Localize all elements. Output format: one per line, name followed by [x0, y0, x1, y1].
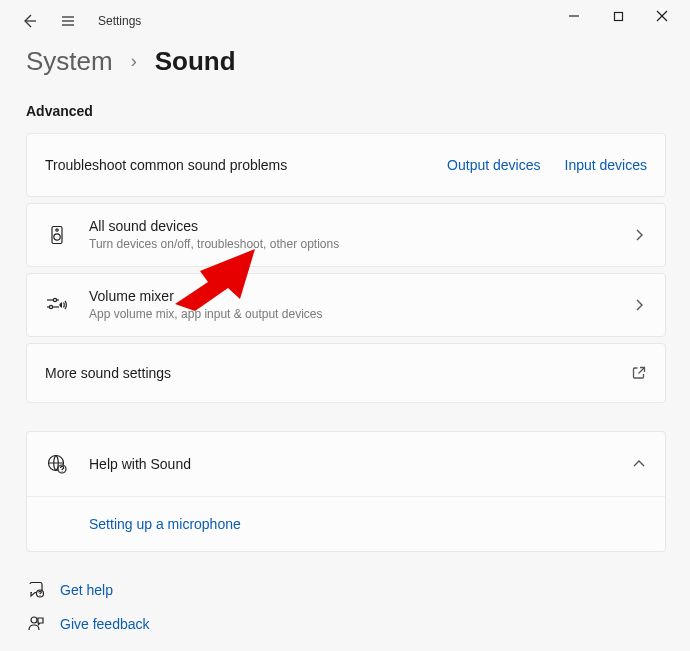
card-volume-mixer-trail: [631, 297, 647, 313]
card-troubleshoot-title: Troubleshoot common sound problems: [45, 156, 447, 174]
back-button[interactable]: [14, 5, 46, 37]
svg-point-10: [40, 595, 41, 596]
help-block: Help with Sound Setting up a microphone: [26, 431, 666, 552]
breadcrumb-current: Sound: [155, 46, 236, 77]
footer-give-feedback[interactable]: Give feedback: [26, 614, 666, 634]
content-area[interactable]: System › Sound Advanced Troubleshoot com…: [0, 42, 676, 651]
svg-point-3: [54, 234, 60, 240]
footer-give-feedback-label: Give feedback: [60, 616, 150, 632]
breadcrumb-separator: ›: [131, 51, 137, 72]
card-more-sound-settings-trail: [631, 365, 647, 381]
card-all-sound-devices-trail: [631, 227, 647, 243]
close-icon: [656, 10, 668, 22]
link-input-devices[interactable]: Input devices: [565, 157, 648, 173]
footer-get-help[interactable]: Get help: [26, 580, 666, 600]
help-link-setup-microphone[interactable]: Setting up a microphone: [89, 516, 241, 532]
help-header[interactable]: Help with Sound: [27, 432, 665, 496]
footer-get-help-label: Get help: [60, 582, 113, 598]
back-arrow-icon: [22, 13, 38, 29]
open-external-icon: [631, 365, 647, 381]
card-all-sound-devices-texts: All sound devices Turn devices on/off, t…: [89, 217, 631, 253]
menu-button[interactable]: [52, 5, 84, 37]
title-bar-left: Settings: [14, 5, 141, 37]
chevron-right-icon: [631, 297, 647, 313]
card-troubleshoot-texts: Troubleshoot common sound problems: [45, 156, 447, 174]
svg-point-4: [53, 298, 56, 301]
svg-rect-0: [614, 12, 622, 20]
maximize-button[interactable]: [596, 0, 640, 32]
card-volume-mixer-texts: Volume mixer App volume mix, app input &…: [89, 287, 631, 323]
card-volume-mixer[interactable]: Volume mixer App volume mix, app input &…: [26, 273, 666, 337]
card-volume-mixer-subtitle: App volume mix, app input & output devic…: [89, 306, 631, 323]
svg-point-5: [49, 305, 52, 308]
get-help-icon: [26, 580, 46, 600]
svg-point-2: [56, 229, 58, 231]
footer-links: Get help Give feedback: [26, 580, 666, 634]
card-volume-mixer-title: Volume mixer: [89, 287, 631, 305]
speaker-device-icon: [45, 223, 69, 247]
maximize-icon: [613, 11, 624, 22]
title-bar: Settings: [0, 0, 690, 42]
close-button[interactable]: [640, 0, 684, 32]
advanced-card-list: Troubleshoot common sound problems Outpu…: [26, 133, 666, 403]
chevron-up-icon: [631, 456, 647, 472]
help-title: Help with Sound: [89, 456, 631, 472]
card-more-sound-settings[interactable]: More sound settings: [26, 343, 666, 403]
minimize-button[interactable]: [552, 0, 596, 32]
card-all-sound-devices-title: All sound devices: [89, 217, 631, 235]
window-title: Settings: [98, 14, 141, 28]
chevron-right-icon: [631, 227, 647, 243]
help-body: Setting up a microphone: [27, 496, 665, 551]
mixer-icon: [45, 293, 69, 317]
card-troubleshoot-actions: Output devices Input devices: [447, 157, 647, 173]
card-troubleshoot: Troubleshoot common sound problems Outpu…: [26, 133, 666, 197]
globe-help-icon: [45, 452, 69, 476]
hamburger-icon: [60, 13, 76, 29]
minimize-icon: [568, 10, 580, 22]
card-all-sound-devices[interactable]: All sound devices Turn devices on/off, t…: [26, 203, 666, 267]
link-output-devices[interactable]: Output devices: [447, 157, 540, 173]
section-heading-advanced: Advanced: [26, 103, 666, 119]
window-controls: [552, 0, 684, 32]
feedback-icon: [26, 614, 46, 634]
breadcrumb-parent[interactable]: System: [26, 46, 113, 77]
breadcrumb: System › Sound: [26, 46, 666, 77]
card-more-sound-settings-title: More sound settings: [45, 364, 631, 382]
svg-point-8: [62, 471, 63, 472]
svg-point-11: [31, 617, 37, 623]
card-all-sound-devices-subtitle: Turn devices on/off, troubleshoot, other…: [89, 236, 631, 253]
card-more-sound-settings-texts: More sound settings: [45, 364, 631, 382]
